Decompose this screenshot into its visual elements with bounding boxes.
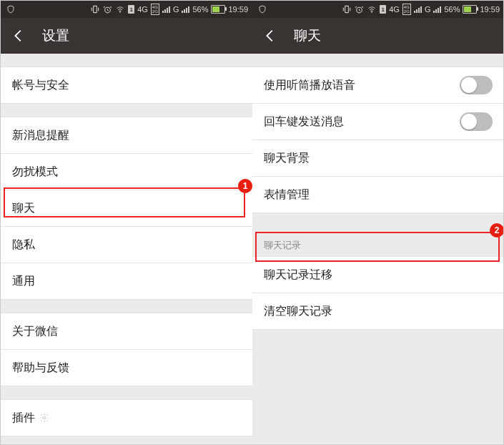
page-title: 聊天 [294,26,321,45]
item-chat-bg[interactable]: 聊天背景 [252,140,504,177]
signal-icon-2 [182,6,189,13]
svg-point-2 [120,12,121,13]
back-button[interactable] [262,28,278,44]
item-label: 通用 [12,274,35,289]
alarm-icon [355,5,364,14]
svg-point-3 [43,416,46,419]
toggle-earpiece[interactable] [460,76,493,94]
status-bar: 1 4G 4G 2G G 56% 19:59 [252,1,504,18]
header-bar: 聊天 [252,18,504,54]
item-clear-history[interactable]: 清空聊天记录 [252,293,504,329]
back-button[interactable] [11,28,26,44]
g-label: G [425,5,431,14]
phone-settings: 1 4G 4G 2G G 56% 19:59 设置 帐号与安全 新消息提醒 勿扰… [1,1,252,444]
item-label: 使用听筒播放语音 [264,78,355,93]
item-label: 回车键发送消息 [264,114,344,129]
svg-point-6 [372,12,372,13]
clock: 19:59 [480,5,500,14]
item-migrate-history[interactable]: 聊天记录迁移 [252,257,504,293]
gear-icon [39,413,49,423]
item-chat[interactable]: 聊天 [1,190,252,227]
item-label: 表情管理 [264,187,310,202]
g-label: G [173,5,179,14]
item-label: 聊天记录迁移 [264,268,332,283]
item-label: 聊天背景 [264,151,310,166]
header-bar: 设置 [1,18,252,54]
item-enter-send[interactable]: 回车键发送消息 [252,104,504,140]
battery-icon [463,5,477,14]
signal-icon [414,6,422,13]
4g-label: 4G [389,5,400,14]
sim-icon: 1 [128,5,134,14]
item-label: 勿扰模式 [12,165,58,180]
item-label: 隐私 [12,238,35,253]
shield-icon [258,4,267,14]
section-chat-history: 聊天记录 [252,226,504,256]
phone-chat-settings: 1 4G 4G 2G G 56% 19:59 聊天 使用听筒播放语音 回车键发送… [252,1,504,444]
wifi-icon [367,5,377,14]
item-stickers[interactable]: 表情管理 [252,177,504,212]
toggle-enter-send[interactable] [460,112,493,131]
item-label: 聊天 [12,201,35,216]
battery-pct: 56% [192,5,208,14]
4g-label: 4G [137,5,148,14]
item-general[interactable]: 通用 [1,263,252,299]
clock: 19:59 [228,5,248,14]
vibrate-icon [342,4,352,14]
vibrate-icon [90,4,100,14]
item-earpiece[interactable]: 使用听筒播放语音 [252,67,504,104]
item-label: 插件 [12,411,35,426]
page-title: 设置 [42,26,69,45]
wifi-icon [115,5,125,14]
item-about[interactable]: 关于微信 [1,313,252,350]
item-label: 帐号与安全 [12,78,69,93]
item-label: 关于微信 [12,324,58,339]
item-account-security[interactable]: 帐号与安全 [1,67,252,103]
item-new-message[interactable]: 新消息提醒 [1,117,252,154]
net-box: 4G 2G [151,4,159,15]
item-label: 帮助与反馈 [12,361,69,376]
net-box: 4G 2G [402,4,411,15]
shield-icon [6,4,15,14]
signal-icon [162,6,170,13]
item-plugins[interactable]: 插件 [1,400,252,436]
battery-pct: 56% [444,5,460,14]
signal-icon-2 [433,6,441,13]
item-help[interactable]: 帮助与反馈 [1,350,252,386]
svg-rect-0 [94,6,97,12]
alarm-icon [103,5,112,14]
item-label: 新消息提醒 [12,128,69,143]
item-label: 清空聊天记录 [264,304,332,319]
sim-icon: 1 [380,5,386,14]
status-bar: 1 4G 4G 2G G 56% 19:59 [1,1,252,18]
svg-rect-4 [345,6,349,12]
item-dnd[interactable]: 勿扰模式 [1,154,252,190]
item-privacy[interactable]: 隐私 [1,227,252,263]
battery-icon [211,5,225,14]
